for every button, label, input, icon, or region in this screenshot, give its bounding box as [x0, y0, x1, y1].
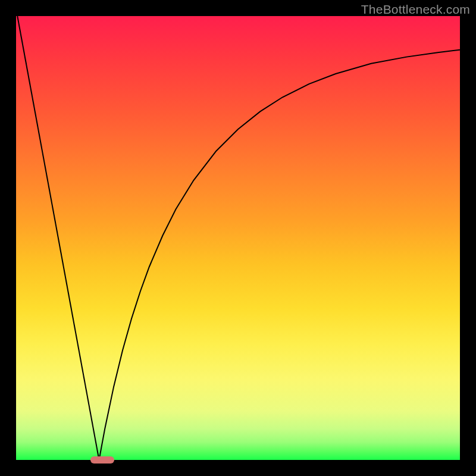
plot-area [16, 16, 460, 460]
series-left-line [17, 16, 99, 460]
curve-layer [16, 16, 460, 460]
series-right-curve [99, 50, 460, 460]
watermark-text: TheBottleneck.com [361, 2, 470, 17]
bottleneck-marker [90, 456, 114, 464]
chart-frame: TheBottleneck.com [0, 0, 476, 476]
